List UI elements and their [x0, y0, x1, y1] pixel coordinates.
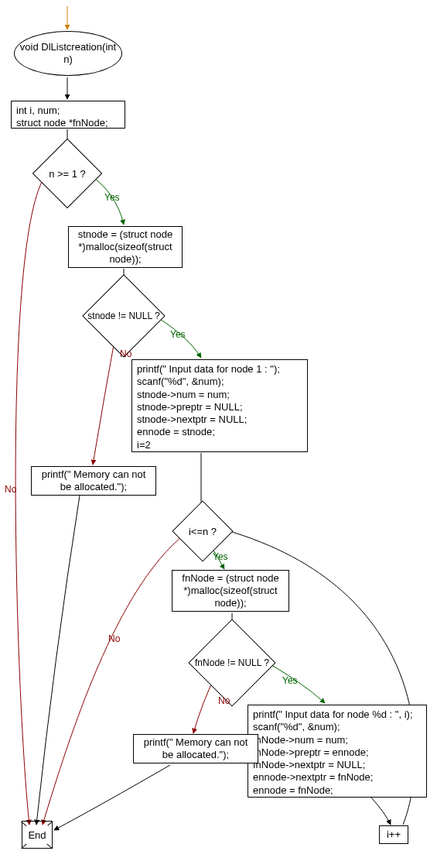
decision-label: n >= 1 ?: [43, 149, 92, 198]
malloc-st-line-2: *)malloc(sizeof(struct: [78, 241, 172, 252]
terminal-function-signature: void DlListcreation(int n): [14, 31, 122, 76]
edge-label-no: No: [108, 633, 120, 644]
edge-label-no: No: [5, 484, 16, 495]
malloc-fn-line-1: fnNode = (struct node: [182, 572, 278, 584]
decl-line-1: int i, num;: [16, 105, 108, 117]
init-fn-line-4: fnNode->preptr = ennode;: [253, 746, 413, 759]
end-text: End: [26, 825, 48, 844]
incr-text: i++: [387, 829, 401, 841]
malloc-fn-line-2: *)malloc(sizeof(struct: [183, 585, 277, 596]
process-memory-error-2: printf(" Memory can not be allocated.");: [133, 734, 258, 763]
init-fn-line-2: scanf("%d", &num);: [253, 721, 413, 733]
process-malloc-stnode: stnode = (struct node *)malloc(sizeof(st…: [68, 226, 183, 268]
decision-label: fnNode != NULL ?: [201, 632, 263, 694]
malloc-st-line-3: node));: [109, 253, 141, 265]
decision-label: stnode != NULL ?: [94, 286, 153, 345]
init-st-line-6: ennode = stnode;: [137, 426, 280, 438]
malloc-st-line-1: stnode = (struct node: [78, 228, 173, 240]
decision-loop-i-le-n: i<=n ?: [181, 509, 224, 553]
terminal-end: End: [22, 821, 53, 849]
init-st-line-7: i=2: [137, 439, 280, 451]
init-fn-line-7: ennode = fnNode;: [253, 784, 413, 797]
mem-err1-line-2: be allocated.");: [60, 481, 127, 492]
init-fn-line-5: fnNode->nextptr = NULL;: [253, 759, 413, 771]
flowchart-canvas: void DlListcreation(int n) int i, num; s…: [0, 0, 437, 868]
decl-line-2: struct node *fnNode;: [16, 117, 108, 129]
init-st-line-1: printf(" Input data for node 1 : ");: [137, 363, 280, 376]
malloc-fn-line-3: node));: [214, 597, 246, 609]
edge-label-no: No: [218, 695, 230, 706]
edge-label-yes: Yes: [170, 329, 186, 340]
decision-label: i<=n ?: [181, 509, 224, 553]
init-st-line-4: stnode->preptr = NULL;: [137, 401, 280, 413]
init-fn-line-1: printf(" Input data for node %d : ", i);: [253, 708, 413, 721]
init-fn-line-6: ennode->nextptr = fnNode;: [253, 771, 413, 784]
decision-n-ge-1: n >= 1 ?: [43, 149, 92, 198]
process-malloc-fnnode: fnNode = (struct node *)malloc(sizeof(st…: [172, 570, 289, 612]
decision-fnnode-not-null: fnNode != NULL ?: [201, 632, 263, 694]
mem-err2-line-1: printf(" Memory can not: [144, 736, 248, 748]
init-st-line-3: stnode->num = num;: [137, 389, 280, 401]
init-fn-line-3: fnNode->num = num;: [253, 734, 413, 746]
edge-label-yes: Yes: [104, 192, 120, 203]
init-st-line-2: scanf("%d", &num);: [137, 376, 280, 388]
edge-label-no: No: [120, 348, 131, 359]
decision-stnode-not-null: stnode != NULL ?: [94, 286, 153, 345]
process-increment-i: i++: [379, 825, 408, 844]
mem-err1-line-1: printf(" Memory can not: [42, 468, 146, 480]
mem-err2-line-2: be allocated.");: [162, 749, 229, 760]
terminal-text: void DlListcreation(int n): [19, 41, 117, 67]
init-st-line-5: stnode->nextptr = NULL;: [137, 413, 280, 426]
edge-label-yes: Yes: [213, 551, 228, 562]
edge-label-yes: Yes: [282, 675, 298, 686]
process-init-stnode: printf(" Input data for node 1 : "); sca…: [131, 359, 308, 452]
process-declarations: int i, num; struct node *fnNode;: [11, 101, 125, 129]
process-init-fnnode: printf(" Input data for node %d : ", i);…: [248, 705, 427, 798]
process-memory-error-1: printf(" Memory can not be allocated.");: [31, 466, 156, 496]
